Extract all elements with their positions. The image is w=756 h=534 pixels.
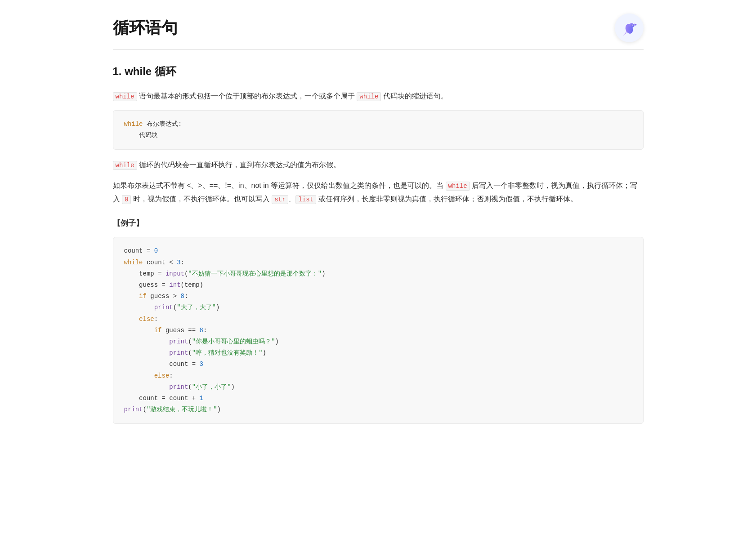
page-header: 循环语句 [113, 13, 644, 50]
str-big: "大了，大了" [177, 304, 216, 311]
str-prompt: "不妨猜一下小哥哥现在心里想的是那个数字：" [188, 270, 322, 277]
hummingbird-icon [619, 18, 639, 38]
page-title: 循环语句 [113, 14, 178, 41]
inline-code-list: list [295, 195, 316, 204]
var-guess-1: guess [139, 281, 158, 289]
fn-int: int [169, 281, 180, 289]
punct-colon-1: : [178, 120, 182, 128]
var-count-3: count [169, 360, 188, 368]
str-game-over: "游戏结束，不玩儿啦！" [147, 406, 217, 413]
kw-if-2: if [154, 327, 162, 334]
desc-1-text-a: 语句最基本的形式包括一个位于顶部的布尔表达式，一个或多个属于 [139, 92, 357, 100]
inline-code-str: str [272, 195, 288, 204]
svg-point-3 [632, 25, 632, 25]
desc-2-text: 循环的代码块会一直循环执行，直到布尔表达式的值为布尔假。 [139, 161, 340, 169]
kw-if-1: if [139, 293, 147, 300]
page-container: 循环语句 [86, 0, 671, 460]
var-count-1: count [124, 247, 143, 254]
var-count-2: count [147, 259, 166, 266]
kw-while-syntax: while [124, 120, 143, 128]
var-temp-1: temp [139, 270, 154, 277]
num-eight-1: 8 [181, 293, 184, 300]
num-eight-2: 8 [200, 327, 203, 334]
var-code-block-syntax: 代码块 [139, 132, 158, 139]
num-three-1: 3 [177, 259, 180, 266]
inline-code-while-long: while [446, 182, 470, 191]
code-block-syntax: while 布尔表达式: 代码块 [113, 110, 644, 150]
fn-print-5: print [124, 406, 143, 413]
desc-text-1: while 语句最基本的形式包括一个位于顶部的布尔表达式，一个或多个属于 whi… [113, 90, 644, 103]
kw-else-2: else [154, 372, 170, 379]
fn-print-3: print [169, 349, 188, 356]
num-one: 1 [200, 395, 203, 402]
var-count-4: count [139, 395, 158, 402]
kw-while-ex: while [124, 259, 143, 266]
svg-point-1 [629, 23, 634, 28]
fn-print-2: print [169, 338, 188, 345]
fn-input: input [166, 270, 184, 277]
section-while: 1. while 循环 while 语句最基本的形式包括一个位于顶部的布尔表达式… [113, 62, 644, 424]
kw-else-1: else [139, 316, 154, 323]
fn-print-4: print [169, 383, 188, 391]
section-title-while: 1. while 循环 [113, 62, 644, 81]
var-bool-expr: 布尔表达式 [147, 120, 178, 128]
str-small: "小了，小了" [192, 383, 231, 391]
desc-1-text-b: 代码块的缩进语句。 [383, 92, 448, 100]
code-block-example: count = 0 while count < 3: temp = input(… [113, 237, 644, 424]
logo-container [615, 13, 644, 42]
num-three-2: 3 [200, 360, 203, 368]
inline-code-while-2: while [357, 92, 381, 101]
fn-print-1: print [154, 304, 173, 311]
example-label: 【例子】 [113, 217, 644, 230]
str-no-reward: "哼，猜对也没有奖励！" [192, 349, 263, 356]
inline-code-zero: 0 [122, 195, 131, 204]
long-desc: 如果布尔表达式不带有 <、>、==、!=、in、not in 等运算符，仅仅给出… [113, 179, 644, 206]
inline-code-while-3: while [113, 161, 137, 170]
str-worm: "你是小哥哥心里的蛔虫吗？" [192, 338, 275, 345]
inline-code-while-1: while [113, 92, 137, 101]
num-zero-1: 0 [154, 247, 158, 254]
desc-text-2: while 循环的代码块会一直循环执行，直到布尔表达式的值为布尔假。 [113, 159, 644, 172]
